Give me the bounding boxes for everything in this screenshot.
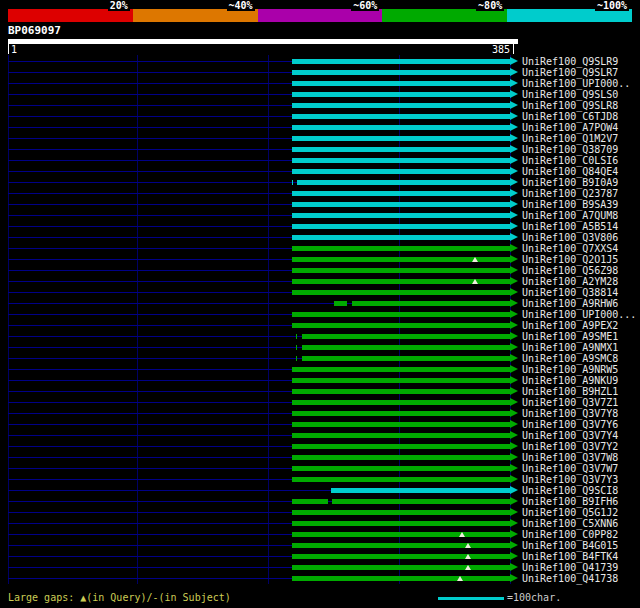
hit-bar-segment[interactable]: [292, 422, 510, 427]
hit-bar-segment[interactable]: [292, 191, 510, 196]
hit-label[interactable]: UniRef100_B9SA39: [522, 199, 618, 210]
hit-label[interactable]: UniRef100_Q7XXS4: [522, 243, 618, 254]
hit-bar-segment[interactable]: [292, 213, 510, 218]
hit-bar-segment[interactable]: [331, 488, 510, 493]
hit-label[interactable]: UniRef100_Q56Z98: [522, 265, 618, 276]
hit-label[interactable]: UniRef100_B9HZL1: [522, 386, 618, 397]
hit-label[interactable]: UniRef100_Q84QE4: [522, 166, 618, 177]
hit-bar-segment[interactable]: [292, 312, 510, 317]
hit-bar-segment[interactable]: [352, 301, 510, 306]
hit-bar-segment[interactable]: [292, 114, 510, 119]
hit-label[interactable]: UniRef100_Q3V806: [522, 232, 618, 243]
hit-label[interactable]: UniRef100_Q9SCI8: [522, 485, 618, 496]
hit-label[interactable]: UniRef100_A7QUM8: [522, 210, 618, 221]
hit-bar-segment[interactable]: [292, 70, 510, 75]
hit-bar-segment[interactable]: [292, 565, 510, 570]
hit-bar-segment[interactable]: [292, 147, 510, 152]
hit-label[interactable]: UniRef100_Q9SLR7: [522, 67, 618, 78]
hit-bar-segment[interactable]: [334, 301, 347, 306]
hit-label[interactable]: UniRef100_Q38709: [522, 144, 618, 155]
hit-bar-segment[interactable]: [292, 125, 510, 130]
hit-bar-segment[interactable]: [292, 59, 510, 64]
hit-label[interactable]: UniRef100_A2YM28: [522, 276, 618, 287]
hit-bar-segment[interactable]: [292, 180, 293, 185]
hit-label[interactable]: UniRef100_Q3V7Y3: [522, 474, 618, 485]
hit-bar-segment[interactable]: [292, 367, 510, 372]
hit-label[interactable]: UniRef100_Q3V7Y4: [522, 430, 618, 441]
hit-bar-segment[interactable]: [292, 136, 510, 141]
hit-label[interactable]: UniRef100_Q41738: [522, 573, 618, 584]
hit-label[interactable]: UniRef100_A5B514: [522, 221, 618, 232]
hit-bar-segment[interactable]: [292, 510, 510, 515]
hit-label[interactable]: UniRef100_Q3V7Y8: [522, 408, 618, 419]
hit-bar-segment[interactable]: [292, 499, 329, 504]
hit-bar-segment[interactable]: [292, 224, 510, 229]
hit-label[interactable]: UniRef100_C5XNN6: [522, 518, 618, 529]
hit-bar-segment[interactable]: [292, 378, 510, 383]
hit-bar-segment[interactable]: [302, 345, 510, 350]
hit-bar-segment[interactable]: [292, 444, 510, 449]
hit-label[interactable]: UniRef100_Q2O1J5: [522, 254, 618, 265]
hit-bar-segment[interactable]: [292, 521, 510, 526]
hit-label[interactable]: UniRef100_A9RHW6: [522, 298, 618, 309]
hit-bar-segment[interactable]: [332, 499, 510, 504]
hit-label[interactable]: UniRef100_UPI000..: [522, 78, 630, 89]
hit-bar-segment[interactable]: [292, 466, 510, 471]
hit-bar-segment[interactable]: [292, 235, 510, 240]
hit-bar-segment[interactable]: [302, 334, 510, 339]
hit-bar-segment[interactable]: [292, 433, 510, 438]
hit-label[interactable]: UniRef100_B4G015: [522, 540, 618, 551]
hit-bar-segment[interactable]: [292, 543, 510, 548]
hit-bar-segment[interactable]: [292, 290, 510, 295]
hit-label[interactable]: UniRef100_Q3V7W8: [522, 452, 618, 463]
hit-label[interactable]: UniRef100_A9SMC8: [522, 353, 618, 364]
hit-label[interactable]: UniRef100_Q9SLR8: [522, 100, 618, 111]
hit-label[interactable]: UniRef100_Q38814: [522, 287, 618, 298]
hit-label[interactable]: UniRef100_B9I0A9: [522, 177, 618, 188]
hit-label[interactable]: UniRef100_A7POW4: [522, 122, 618, 133]
hit-label[interactable]: UniRef100_A9PEX2: [522, 320, 618, 331]
hit-label[interactable]: UniRef100_Q3V7Y2: [522, 441, 618, 452]
hit-bar-segment[interactable]: [292, 477, 510, 482]
hit-label[interactable]: UniRef100_Q1M2V7: [522, 133, 618, 144]
hit-label[interactable]: UniRef100_Q23787: [522, 188, 618, 199]
hit-bar-segment[interactable]: [292, 246, 510, 251]
hit-bar-segment[interactable]: [292, 158, 510, 163]
hit-label[interactable]: UniRef100_C0PP82: [522, 529, 618, 540]
hit-bar-segment[interactable]: [292, 455, 510, 460]
hit-bar-segment[interactable]: [297, 180, 510, 185]
hit-bar-segment[interactable]: [296, 356, 297, 361]
hit-bar-segment[interactable]: [292, 103, 510, 108]
hit-label[interactable]: UniRef100_Q9SLR9: [522, 56, 618, 67]
hit-label[interactable]: UniRef100_Q3V7W7: [522, 463, 618, 474]
hit-bar-segment[interactable]: [292, 268, 510, 273]
hit-label[interactable]: UniRef100_UPI000...: [522, 309, 636, 320]
hit-label[interactable]: UniRef100_Q3V7Y6: [522, 419, 618, 430]
hit-label[interactable]: UniRef100_A9SME1: [522, 331, 618, 342]
hit-bar-segment[interactable]: [292, 389, 510, 394]
hit-bar-segment[interactable]: [292, 323, 510, 328]
hit-bar-segment[interactable]: [292, 411, 510, 416]
hit-label[interactable]: UniRef100_A9NRW5: [522, 364, 618, 375]
hit-bar-segment[interactable]: [292, 92, 510, 97]
hit-bar-segment[interactable]: [292, 400, 510, 405]
hit-bar-segment[interactable]: [302, 356, 510, 361]
hit-label[interactable]: UniRef100_Q9SLS0: [522, 89, 618, 100]
hit-bar-segment[interactable]: [292, 554, 510, 559]
hit-label[interactable]: UniRef100_C6TJD8: [522, 111, 618, 122]
hit-bar-segment[interactable]: [292, 532, 510, 537]
hit-label[interactable]: UniRef100_Q5G1J2: [522, 507, 618, 518]
hit-bar-segment[interactable]: [292, 81, 510, 86]
hit-label[interactable]: UniRef100_Q41739: [522, 562, 618, 573]
hit-label[interactable]: UniRef100_Q3V7Z1: [522, 397, 618, 408]
hit-bar-segment[interactable]: [296, 345, 297, 350]
hit-bar-segment[interactable]: [292, 169, 510, 174]
hit-bar-segment[interactable]: [292, 202, 510, 207]
hit-label[interactable]: UniRef100_A9NMX1: [522, 342, 618, 353]
hit-label[interactable]: UniRef100_A9NKU9: [522, 375, 618, 386]
hit-label[interactable]: UniRef100_C0LSI6: [522, 155, 618, 166]
hit-label[interactable]: UniRef100_B9IFH6: [522, 496, 618, 507]
hit-bar-segment[interactable]: [292, 576, 510, 581]
hit-label[interactable]: UniRef100_B4FTK4: [522, 551, 618, 562]
hit-bar-segment[interactable]: [296, 334, 297, 339]
